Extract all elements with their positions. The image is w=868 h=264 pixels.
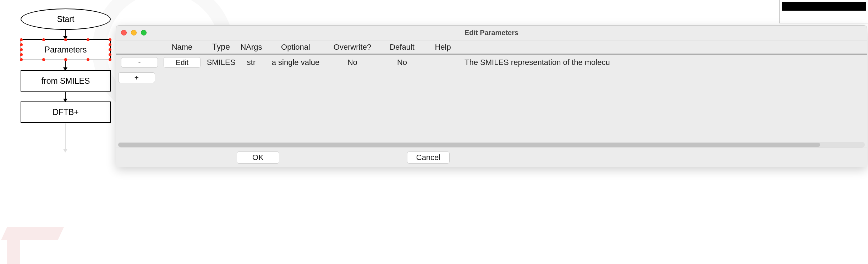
- flow-node-dftb[interactable]: DFTB+: [21, 101, 111, 123]
- zoom-icon[interactable]: [141, 30, 147, 35]
- selection-handle[interactable]: [20, 58, 23, 61]
- flow-node-start[interactable]: Start: [21, 9, 111, 30]
- table-row[interactable]: - Edit SMILES str a single value No No T…: [116, 55, 867, 70]
- window-controls: [121, 30, 147, 35]
- ok-button[interactable]: OK: [237, 152, 279, 164]
- selection-handle[interactable]: [87, 38, 89, 41]
- cancel-button[interactable]: Cancel: [407, 152, 450, 164]
- selection-handle[interactable]: [109, 58, 111, 61]
- selection-handle[interactable]: [64, 38, 67, 41]
- add-row-button[interactable]: +: [118, 72, 155, 83]
- selection-handle[interactable]: [87, 58, 89, 61]
- selection-handle[interactable]: [20, 38, 23, 41]
- table-header-row: Name Type NArgs Optional Overwrite? Defa…: [116, 40, 867, 55]
- column-header-help: Help: [427, 43, 459, 52]
- selection-handle[interactable]: [109, 53, 111, 56]
- edit-parameters-dialog: Edit Parameters Name Type NArgs Optional…: [116, 25, 867, 167]
- flow-node-label: from SMILES: [42, 76, 90, 86]
- selection-handle[interactable]: [42, 38, 45, 41]
- column-header-overwrite: Overwrite?: [328, 43, 377, 52]
- flow-arrow-faint: [65, 123, 66, 152]
- flow-node-label: DFTB+: [53, 108, 78, 117]
- cell-type: str: [239, 58, 264, 67]
- selection-handle[interactable]: [109, 38, 111, 41]
- remove-row-button[interactable]: -: [121, 57, 158, 68]
- cell-optional: No: [328, 58, 377, 67]
- column-header-optional: Optional: [264, 43, 328, 52]
- dialog-title: Edit Parameters: [465, 29, 518, 37]
- selection-handle[interactable]: [109, 43, 111, 46]
- scrollbar-thumb[interactable]: [118, 143, 820, 147]
- flow-arrow: [65, 61, 66, 70]
- close-icon[interactable]: [121, 30, 127, 35]
- cell-nargs: a single value: [264, 58, 328, 67]
- flow-arrow: [65, 92, 66, 101]
- cell-help: The SMILES representation of the molecu: [459, 58, 867, 67]
- cell-overwrite: No: [377, 58, 427, 67]
- dialog-footer: OK Cancel: [116, 148, 867, 167]
- flow-arrow: [65, 30, 66, 39]
- column-header-nargs: NArgs: [239, 43, 264, 52]
- flow-node-label: Parameters: [45, 45, 87, 55]
- selection-handle[interactable]: [64, 58, 67, 61]
- column-header-default: Default: [377, 43, 427, 52]
- selection-handle[interactable]: [20, 48, 23, 51]
- horizontal-scrollbar[interactable]: [118, 142, 865, 148]
- add-row-area: +: [116, 70, 867, 83]
- parameters-table: Name Type NArgs Optional Overwrite? Defa…: [116, 40, 867, 148]
- column-header-type: Type: [203, 42, 239, 52]
- flow-node-parameters[interactable]: Parameters: [21, 39, 111, 60]
- edit-row-button[interactable]: Edit: [164, 57, 200, 68]
- cell-name: SMILES: [203, 58, 239, 67]
- minimize-icon[interactable]: [131, 30, 137, 35]
- selection-handle[interactable]: [42, 58, 45, 61]
- dialog-titlebar[interactable]: Edit Parameters: [116, 26, 867, 40]
- selection-handle[interactable]: [20, 53, 23, 56]
- selection-handle[interactable]: [20, 43, 23, 46]
- selection-handle[interactable]: [109, 48, 111, 51]
- column-header-name: Name: [161, 43, 203, 52]
- flow-node-from-smiles[interactable]: from SMILES: [21, 70, 111, 92]
- flow-node-label: Start: [57, 15, 75, 24]
